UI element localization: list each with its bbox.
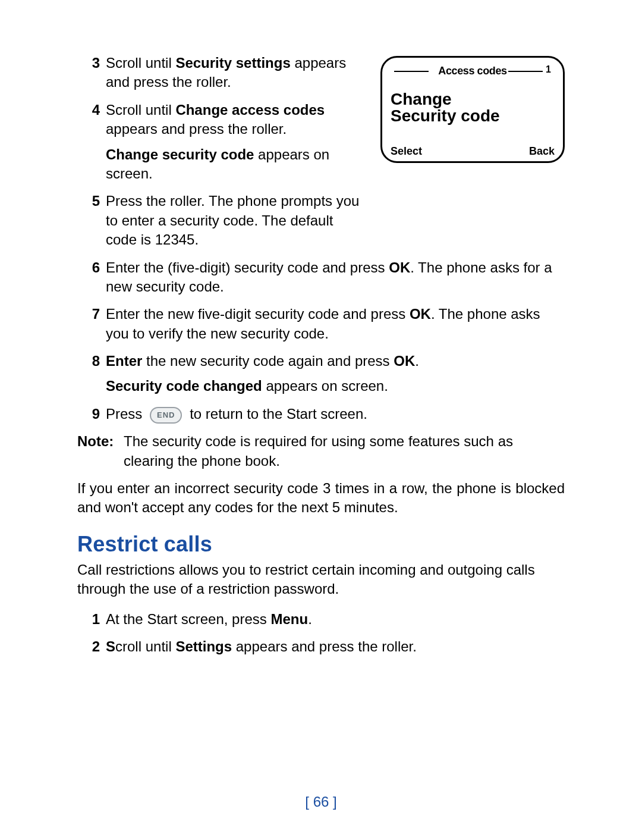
step-number: 2 (77, 637, 106, 656)
step-body: Press the roller. The phone prompts you … (106, 192, 363, 249)
phone-main-line1: Change (391, 91, 500, 108)
blocked-paragraph: If you enter an incorrect security code … (77, 479, 565, 518)
phone-titlebar: Access codes 1 (391, 65, 555, 78)
step-body: Scroll until Security settings appears a… (106, 54, 363, 92)
step-body: Enter the (five-digit) security code and… (106, 258, 565, 297)
bold-text: Menu (270, 611, 308, 627)
bold-text: Enter (106, 353, 142, 369)
restrict-intro: Call restrictions allows you to restrict… (77, 560, 565, 599)
list-item: 4Scroll until Change access codes appear… (77, 101, 363, 184)
step-number: 3 (77, 54, 106, 73)
note-label: Note: (77, 432, 124, 451)
list-item: 5Press the roller. The phone prompts you… (77, 192, 363, 249)
note-block: Note: The security code is required for … (77, 432, 565, 471)
step-body: Press END to return to the Start screen. (106, 405, 565, 424)
step-body: Scroll until Settings appears and press … (106, 637, 565, 656)
list-item: 9Press END to return to the Start screen… (77, 405, 565, 424)
phone-softkeys: Select Back (391, 145, 555, 158)
steps-group-b: 6Enter the (five-digit) security code an… (77, 258, 565, 424)
softkey-right: Back (529, 145, 555, 158)
phone-titlebar-label: Access codes (435, 65, 510, 77)
softkey-left: Select (391, 145, 422, 158)
manual-page: 3Scroll until Security settings appears … (0, 0, 642, 840)
bold-text: OK (410, 306, 431, 322)
phone-screen-illustration: Access codes 1 Change Security code Sele… (380, 56, 565, 163)
list-item: 8Enter the new security code again and p… (77, 352, 565, 396)
phone-main-line2: Security code (391, 108, 500, 124)
step-number: 1 (77, 610, 106, 629)
step-number: 7 (77, 305, 106, 324)
step-body: Scroll until Change access codes appears… (106, 101, 363, 184)
step-body: Enter the new security code again and pr… (106, 352, 565, 396)
bold-text: Change security code (106, 146, 254, 162)
step-number: 5 (77, 192, 106, 211)
list-item: 6Enter the (five-digit) security code an… (77, 258, 565, 297)
note-body: The security code is required for using … (124, 432, 565, 471)
bold-text: S (106, 638, 115, 654)
list-item: 3Scroll until Security settings appears … (77, 54, 363, 92)
bold-text: Security settings (175, 55, 290, 71)
section-heading-restrict-calls: Restrict calls (77, 532, 565, 557)
step-number: 9 (77, 405, 106, 424)
steps-group-c: 1At the Start screen, press Menu.2Scroll… (77, 610, 565, 657)
list-item: 7Enter the new five-digit security code … (77, 305, 565, 343)
list-item: 1At the Start screen, press Menu. (77, 610, 565, 629)
phone-frame: Access codes 1 Change Security code Sele… (380, 56, 565, 163)
end-key-icon: END (150, 407, 182, 424)
top-row: 3Scroll until Security settings appears … (77, 54, 565, 258)
steps-group-a: 3Scroll until Security settings appears … (77, 54, 363, 258)
page-number: [ 66 ] (0, 794, 642, 810)
bold-text: Change access codes (175, 102, 325, 118)
step-number: 4 (77, 101, 106, 120)
step-number: 8 (77, 352, 106, 371)
step-number: 6 (77, 258, 106, 277)
bold-text: OK (389, 259, 410, 275)
bold-text: Security code changed (106, 378, 262, 394)
rule-right-icon (508, 71, 543, 72)
phone-menu-index: 1 (546, 64, 551, 75)
phone-main-option: Change Security code (391, 91, 500, 124)
bold-text: OK (394, 353, 415, 369)
list-item: 2Scroll until Settings appears and press… (77, 637, 565, 656)
bold-text: Settings (175, 638, 232, 654)
step-body: Enter the new five-digit security code a… (106, 305, 565, 343)
step-body: At the Start screen, press Menu. (106, 610, 565, 629)
